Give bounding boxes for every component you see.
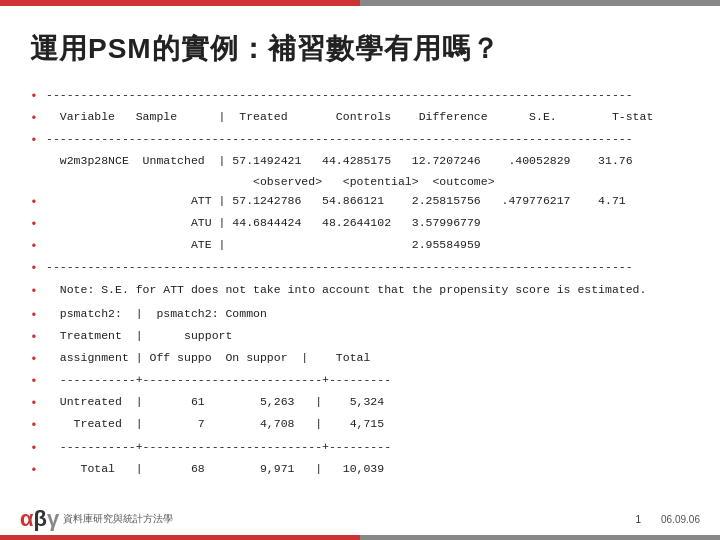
bullet-point: • xyxy=(30,192,46,213)
content-row: • -----------+--------------------------… xyxy=(30,438,690,459)
bullet-point: • xyxy=(30,438,46,459)
content-row: • -----------+--------------------------… xyxy=(30,371,690,392)
content-row xyxy=(30,303,690,304)
slide: 運用PSM的實例：補習數學有用嗎？ •---------------------… xyxy=(0,0,720,540)
row-text: ATT | 57.1242786 54.866121 2.25815756 .4… xyxy=(46,192,690,210)
top-bar xyxy=(0,0,720,6)
content-row xyxy=(30,171,690,172)
bottom-bar xyxy=(0,535,720,540)
bullet-point: • xyxy=(30,460,46,481)
content-row: • assignment | Off suppo On suppor | Tot… xyxy=(30,349,690,370)
row-text: ATU | 44.6844424 48.2644102 3.57996779 xyxy=(46,214,690,232)
row-text: ----------------------------------------… xyxy=(46,258,690,276)
bullet-point: • xyxy=(30,214,46,235)
row-text: Treated | 7 4,708 | 4,715 xyxy=(46,415,690,433)
row-text: ----------------------------------------… xyxy=(46,86,690,104)
content-row: • Total | 68 9,971 | 10,039 xyxy=(30,460,690,481)
content-row: • ATE | 2.95584959 xyxy=(30,236,690,257)
bullet-point: • xyxy=(30,108,46,129)
content-row: • ATU | 44.6844424 48.2644102 3.57996779 xyxy=(30,214,690,235)
bullet-point: • xyxy=(30,305,46,326)
bullet-point: • xyxy=(30,327,46,348)
bullet-point: • xyxy=(30,281,46,302)
footer: αβγ 資料庫研究與統計方法學 1 06.09.06 xyxy=(0,506,720,532)
footer-right: 1 06.09.06 xyxy=(636,514,701,525)
row-text: Total | 68 9,971 | 10,039 xyxy=(46,460,690,478)
footer-subtitle: 資料庫研究與統計方法學 xyxy=(63,512,173,526)
bullet-point: • xyxy=(30,86,46,107)
row-text: <observed> <potential> <outcome> xyxy=(46,173,690,191)
row-text: w2m3p28NCE Unmatched | 57.1492421 44.428… xyxy=(46,152,690,170)
bullet-point: • xyxy=(30,236,46,257)
row-text: -----------+--------------------------+-… xyxy=(46,438,690,456)
slide-title: 運用PSM的實例：補習數學有用嗎？ xyxy=(30,30,690,68)
content-row: • Note: S.E. for ATT does not take into … xyxy=(30,281,690,302)
content-row: •---------------------------------------… xyxy=(30,130,690,151)
content-row: • psmatch2: | psmatch2: Common xyxy=(30,305,690,326)
bullet-point: • xyxy=(30,130,46,151)
content-row: <observed> <potential> <outcome> xyxy=(30,173,690,191)
content-row: •---------------------------------------… xyxy=(30,86,690,107)
row-text: Treatment | support xyxy=(46,327,690,345)
content-row: • Variable Sample | Treated Controls Dif… xyxy=(30,108,690,129)
row-text: assignment | Off suppo On suppor | Total xyxy=(46,349,690,367)
content-row: • ATT | 57.1242786 54.866121 2.25815756 … xyxy=(30,192,690,213)
content-area: •---------------------------------------… xyxy=(30,86,690,481)
content-row: • Treated | 7 4,708 | 4,715 xyxy=(30,415,690,436)
row-text: Note: S.E. for ATT does not take into ac… xyxy=(46,281,690,299)
bullet-point: • xyxy=(30,393,46,414)
content-row: • Treatment | support xyxy=(30,327,690,348)
row-text: Variable Sample | Treated Controls Diffe… xyxy=(46,108,690,126)
footer-logo: αβγ xyxy=(20,506,59,532)
bullet-point: • xyxy=(30,371,46,392)
row-text: Untreated | 61 5,263 | 5,324 xyxy=(46,393,690,411)
content-row: • Untreated | 61 5,263 | 5,324 xyxy=(30,393,690,414)
content-row: w2m3p28NCE Unmatched | 57.1492421 44.428… xyxy=(30,152,690,170)
content-row: •---------------------------------------… xyxy=(30,258,690,279)
bullet-point: • xyxy=(30,349,46,370)
row-text: -----------+--------------------------+-… xyxy=(46,371,690,389)
bullet-point: • xyxy=(30,415,46,436)
row-text: psmatch2: | psmatch2: Common xyxy=(46,305,690,323)
footer-page: 1 xyxy=(636,514,642,525)
bullet-point: • xyxy=(30,258,46,279)
row-text: ----------------------------------------… xyxy=(46,130,690,148)
footer-date: 06.09.06 xyxy=(661,514,700,525)
row-text: ATE | 2.95584959 xyxy=(46,236,690,254)
